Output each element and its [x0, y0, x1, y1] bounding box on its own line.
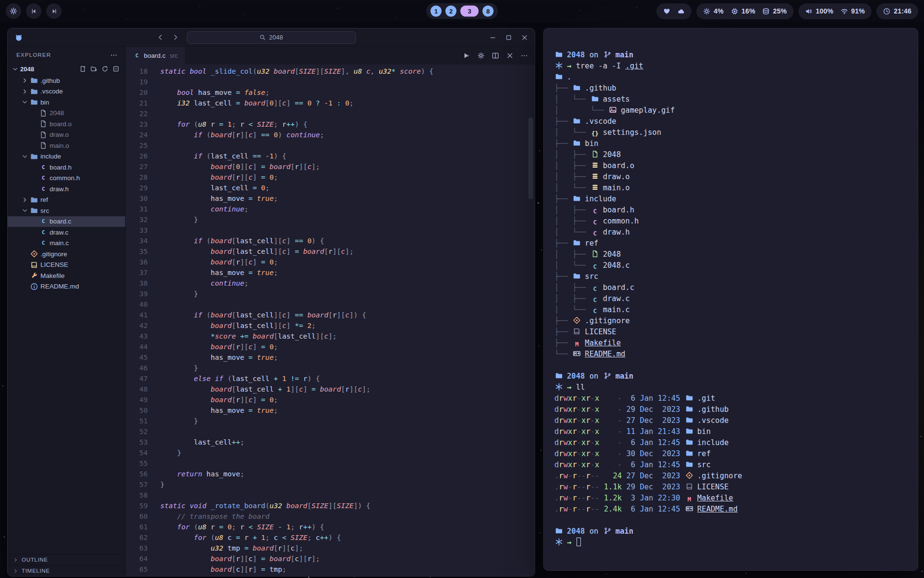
timeline-panel[interactable]: TIMELINE: [8, 565, 125, 576]
more-editor-actions-icon[interactable]: [521, 52, 528, 59]
code-line-43[interactable]: 43 *score += board[last_cell][c];: [126, 331, 535, 342]
code-line-46[interactable]: 46 }: [126, 363, 535, 373]
explorer-item-ref[interactable]: ref: [8, 195, 125, 206]
code-line-47[interactable]: 47 else if (last_cell + 1 != r) {: [126, 373, 535, 384]
code-line-41[interactable]: 41 if (board[last_cell][c] == board[r][c…: [126, 310, 535, 320]
explorer-item-draw.c[interactable]: Cdraw.c: [8, 227, 125, 238]
outline-panel[interactable]: OUTLINE: [8, 554, 125, 565]
explorer-item-bin[interactable]: bin: [8, 97, 125, 108]
explorer-item-main.o[interactable]: main.o: [8, 140, 125, 151]
code-line-63[interactable]: 63 u32 tmp = board[r][c];: [126, 543, 535, 553]
refresh-icon[interactable]: [102, 66, 108, 72]
code-line-44[interactable]: 44 board[r][c] = 0;: [126, 342, 535, 352]
code-line-22[interactable]: 22: [126, 108, 535, 119]
close-editor-icon[interactable]: [506, 52, 513, 59]
new-file-icon[interactable]: [79, 66, 86, 72]
explorer-item-src[interactable]: src: [8, 205, 125, 216]
status-group-clock[interactable]: 21:46: [876, 3, 918, 19]
tab-board-c[interactable]: C board.c src: [126, 47, 186, 65]
code-line-62[interactable]: 62 for (u8 c = r + 1; c < SIZE; c++) {: [126, 532, 535, 543]
explorer-item-.github[interactable]: .github: [8, 75, 125, 86]
launcher-button[interactable]: [6, 3, 21, 19]
explorer-item-common.h[interactable]: Ccommon.h: [8, 173, 125, 184]
code-line-19[interactable]: 19: [126, 77, 535, 87]
explorer-item-main.c[interactable]: Cmain.c: [8, 238, 125, 249]
code-line-53[interactable]: 53 last_cell++;: [126, 437, 535, 447]
code-line-42[interactable]: 42 board[last_cell][c] *= 2;: [126, 320, 535, 331]
code-editor[interactable]: 18static bool _slide_col(u32 board[SIZE]…: [126, 65, 535, 576]
code-line-25[interactable]: 25: [126, 140, 535, 151]
code-line-56[interactable]: 56 return has_move;: [126, 469, 535, 479]
split-editor-icon[interactable]: [492, 52, 499, 59]
collapse-all-icon[interactable]: [113, 66, 119, 72]
explorer-item-.gitignore[interactable]: .gitignore: [8, 249, 125, 260]
status-group-audio-network[interactable]: 100%91%: [798, 3, 872, 19]
code-line-34[interactable]: 34 if (board[last_cell][c] == 0) {: [126, 236, 535, 246]
run-button[interactable]: [462, 52, 470, 59]
explorer-item-Makefile[interactable]: Makefile: [8, 270, 125, 281]
explorer-item-board.c[interactable]: Cboard.c: [8, 216, 125, 227]
explorer-item-board.h[interactable]: Cboard.h: [8, 162, 125, 173]
code-line-52[interactable]: 52: [126, 426, 535, 437]
workspace-8[interactable]: 8: [483, 6, 494, 17]
minimize-button[interactable]: [489, 34, 496, 41]
code-line-61[interactable]: 61 for (u8 r = 0; r < SIZE - 1; r++) {: [126, 522, 535, 532]
code-line-30[interactable]: 30 has_move = true;: [126, 193, 535, 204]
code-line-48[interactable]: 48 board[last_cell + 1][c] = board[r][c]…: [126, 384, 535, 394]
code-line-65[interactable]: 65 board[c][r] = tmp;: [126, 564, 535, 575]
code-line-32[interactable]: 32 }: [126, 214, 535, 225]
code-line-60[interactable]: 60 // transpose the board: [126, 511, 535, 522]
code-line-37[interactable]: 37 has_move = true;: [126, 267, 535, 278]
code-line-64[interactable]: 64 board[r][c] = board[c][r];: [126, 553, 535, 564]
code-line-23[interactable]: 23 for (u8 r = 1; r < SIZE; r++) {: [126, 119, 535, 130]
explorer-item-draw.o[interactable]: draw.o: [8, 130, 125, 141]
settings-gear-icon[interactable]: [477, 52, 485, 59]
code-line-26[interactable]: 26 if (last_cell == -1) {: [126, 151, 535, 161]
editor-scrollbar[interactable]: [528, 118, 533, 199]
status-group-system[interactable]: 4%16%25%: [696, 3, 794, 19]
code-line-21[interactable]: 21 i32 last_cell = board[0][c] == 0 ? -1…: [126, 98, 535, 108]
code-line-58[interactable]: 58: [126, 490, 535, 500]
media-previous-button[interactable]: [26, 3, 41, 19]
workspace-2[interactable]: 2: [446, 6, 457, 17]
explorer-item-board.o[interactable]: board.o: [8, 118, 125, 130]
code-line-45[interactable]: 45 has_move = true;: [126, 352, 535, 363]
explorer-root-folder[interactable]: 2048: [8, 63, 125, 75]
status-group-weather[interactable]: [656, 3, 692, 19]
code-line-29[interactable]: 29 last_cell = 0;: [126, 183, 535, 193]
code-line-20[interactable]: 20 bool has_move = false;: [126, 87, 535, 98]
explorer-more-actions-icon[interactable]: [110, 52, 117, 59]
terminal-window[interactable]: 2048 on main→ tree -a -I .git.├── .githu…: [543, 28, 918, 571]
explorer-item-2048[interactable]: 2048: [8, 108, 125, 119]
explorer-item-draw.h[interactable]: Cdraw.h: [8, 184, 125, 195]
maximize-button[interactable]: [505, 34, 512, 41]
workspace-3[interactable]: 3: [461, 6, 479, 17]
explorer-item-LICENSE[interactable]: LICENSE: [8, 260, 125, 271]
code-line-39[interactable]: 39 }: [126, 289, 535, 299]
command-center-search[interactable]: 2048: [187, 31, 356, 44]
close-window-button[interactable]: [521, 34, 528, 41]
media-next-button[interactable]: [46, 3, 62, 19]
new-folder-icon[interactable]: [90, 66, 97, 72]
code-line-38[interactable]: 38 continue;: [126, 278, 535, 289]
code-line-51[interactable]: 51 }: [126, 416, 535, 426]
code-line-18[interactable]: 18static bool _slide_col(u32 board[SIZE]…: [126, 66, 535, 77]
code-line-49[interactable]: 49 board[r][c] = 0;: [126, 394, 535, 405]
code-line-24[interactable]: 24 if (board[r][c] == 0) continue;: [126, 130, 535, 140]
explorer-item-.vscode[interactable]: .vscode: [8, 86, 125, 97]
history-forward-button[interactable]: [172, 34, 179, 41]
code-line-31[interactable]: 31 continue;: [126, 204, 535, 214]
code-line-50[interactable]: 50 has_move = true;: [126, 405, 535, 416]
code-line-57[interactable]: 57}: [126, 479, 535, 490]
code-line-40[interactable]: 40: [126, 299, 535, 310]
code-line-33[interactable]: 33: [126, 225, 535, 236]
code-line-28[interactable]: 28 board[r][c] = 0;: [126, 172, 535, 183]
code-line-27[interactable]: 27 board[0][c] = board[r][c];: [126, 161, 535, 172]
history-back-button[interactable]: [157, 34, 164, 41]
code-line-36[interactable]: 36 board[r][c] = 0;: [126, 257, 535, 267]
workspace-1[interactable]: 1: [431, 6, 442, 17]
code-line-35[interactable]: 35 board[last_cell][c] = board[r][c];: [126, 246, 535, 257]
code-line-59[interactable]: 59static void _rotate_board(u32 board[SI…: [126, 500, 535, 511]
explorer-item-README.md[interactable]: README.md: [8, 281, 125, 292]
code-line-55[interactable]: 55: [126, 458, 535, 469]
